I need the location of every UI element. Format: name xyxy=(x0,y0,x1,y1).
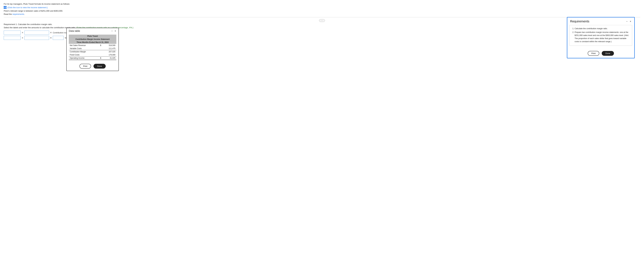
data-table-modal: Data table − × Pluto Travel Contribution… xyxy=(66,28,119,44)
result-value-input[interactable] xyxy=(53,36,64,40)
data-table-close-button[interactable]: × xyxy=(114,30,116,33)
equals-2: = xyxy=(50,37,52,39)
table-header-period: Three Months Ended March 31, 2024 xyxy=(69,41,116,44)
requirements-modal: Requirements − × Calculate the contribut… xyxy=(567,17,635,44)
icon-link-row: (Click the icon to view the income state… xyxy=(4,6,640,9)
list-item: Calculate the contribution margin ratio. xyxy=(574,27,630,30)
requirements-link[interactable]: requirements xyxy=(12,13,24,15)
req-modal-title: Requirements xyxy=(570,20,590,23)
collapse-button[interactable]: ··· xyxy=(319,19,325,22)
divider xyxy=(4,17,640,17)
formula-input-2[interactable] xyxy=(24,31,49,35)
req-title-text: Calculate the contribution margin ratio. xyxy=(18,23,52,26)
relevant-range-text: Pluto's relevant range is between sales … xyxy=(4,10,640,12)
req-modal-body: Calculate the contribution margin ratio.… xyxy=(567,25,634,44)
req-label: Requirement 1. xyxy=(4,23,18,26)
requirement-title: Requirement 1. Calculate the contributio… xyxy=(4,23,640,26)
table-header-company: Pluto Travel xyxy=(69,35,116,38)
req-modal-controls: − × xyxy=(626,20,632,23)
statement-title: Contribution Margin Income Statement xyxy=(69,38,116,41)
req-modal-header: Requirements − × xyxy=(567,18,634,25)
collapse-bar: ··· xyxy=(4,19,640,22)
data-table-controls: − × xyxy=(111,30,116,33)
company-name: Pluto Travel xyxy=(69,35,116,38)
intro-text: For its top managers, Pluto Travel forma… xyxy=(4,3,640,5)
formula-input-3[interactable] xyxy=(4,36,21,40)
data-table-minimize-button[interactable]: − xyxy=(111,30,113,33)
formula-input-4[interactable] xyxy=(24,36,49,40)
income-statement-link[interactable]: (Click the icon to view the income state… xyxy=(8,6,48,9)
grid-icon[interactable] xyxy=(4,6,6,9)
period-text: Three Months Ended March 31, 2024 xyxy=(69,41,116,44)
operator-2: ÷ xyxy=(22,37,23,39)
data-table-header: Data table − × xyxy=(67,28,118,34)
table-header-statement: Contribution Margin Income Statement xyxy=(69,38,116,41)
req-inner-box: Calculate the contribution margin ratio.… xyxy=(570,25,632,44)
data-table-title: Data table xyxy=(69,30,80,33)
equals-1: = xyxy=(50,31,52,34)
req-modal-minimize-button[interactable]: − xyxy=(626,20,628,23)
data-table-body: Pluto Travel Contribution Margin Income … xyxy=(67,34,118,44)
income-statement-table: Pluto Travel Contribution Margin Income … xyxy=(69,35,116,44)
list-item: Prepare two contribution margin income s… xyxy=(574,31,630,43)
req-list: Calculate the contribution margin ratio.… xyxy=(572,27,630,43)
req-modal-close-button[interactable]: × xyxy=(630,20,632,23)
operator-1: ÷ xyxy=(22,31,23,34)
read-req-text: Read the requirements. xyxy=(4,13,640,15)
formula-input-1[interactable] xyxy=(4,31,21,35)
